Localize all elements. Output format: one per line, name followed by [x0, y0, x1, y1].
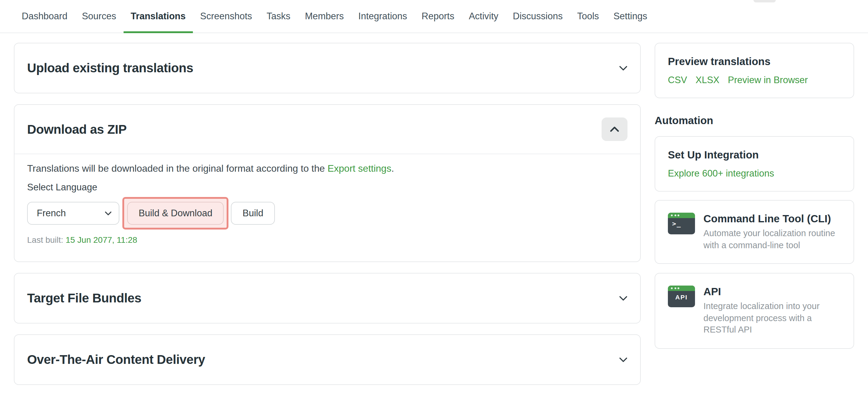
nav-item-sources[interactable]: Sources — [75, 0, 124, 33]
window-dot-icon — [678, 287, 679, 289]
preview-link-preview-in-browser[interactable]: Preview in Browser — [728, 75, 808, 86]
content-area: Upload existing translations Download as… — [14, 43, 854, 396]
nav-item-members[interactable]: Members — [298, 0, 351, 33]
explore-integrations-link[interactable]: Explore 600+ integrations — [668, 168, 774, 179]
chevron-up-icon — [610, 127, 619, 132]
automation-heading: Automation — [655, 114, 854, 127]
upload-panel-title: Upload existing translations — [27, 61, 193, 75]
download-zip-title: Download as ZIP — [27, 122, 127, 136]
bundles-panel-header[interactable]: Target File Bundles — [14, 273, 640, 323]
upload-panel-header[interactable]: Upload existing translations — [14, 43, 640, 93]
preview-link-csv[interactable]: CSV — [668, 75, 687, 86]
download-zip-header[interactable]: Download as ZIP — [14, 105, 640, 154]
last-built-label: Last built: — [27, 235, 63, 244]
build-controls-row: French Build & Download Build — [27, 197, 627, 230]
set-up-integration-card: Set Up Integration Explore 600+ integrat… — [655, 136, 854, 192]
nav-item-dashboard[interactable]: Dashboard — [14, 0, 75, 33]
terminal-icon-titlebar — [668, 213, 695, 218]
preview-translations-title: Preview translations — [668, 56, 841, 68]
preview-links-row: CSVXLSXPreview in Browser — [668, 75, 841, 86]
annotation-highlight-box: Build & Download — [122, 197, 229, 230]
api-icon: API — [668, 286, 695, 307]
api-card[interactable]: API API Integrate localization into your… — [655, 273, 854, 349]
window-dot-icon — [671, 214, 673, 216]
ota-panel-title: Over-The-Air Content Delivery — [27, 353, 205, 367]
download-description: Translations will be downloaded in the o… — [27, 163, 627, 174]
project-nav: DashboardSourcesTranslationsScreenshotsT… — [0, 0, 868, 33]
window-dot-icon — [674, 287, 676, 289]
ota-panel-header[interactable]: Over-The-Air Content Delivery — [14, 335, 640, 384]
language-select[interactable]: French — [27, 202, 119, 225]
build-and-download-button[interactable]: Build & Download — [127, 202, 224, 225]
cli-tool-text: Command Line Tool (CLI) Automate your lo… — [704, 213, 841, 251]
chevron-down-icon — [619, 296, 627, 301]
upload-translations-panel: Upload existing translations — [14, 43, 641, 93]
api-card-title: API — [704, 286, 841, 298]
api-card-subtitle: Integrate localization into your develop… — [704, 301, 841, 336]
window-dot-icon — [674, 214, 676, 216]
terminal-icon: >_ — [668, 213, 695, 234]
description-text: Translations will be downloaded in the o… — [27, 163, 328, 173]
collapse-panel-button[interactable] — [601, 118, 627, 141]
cli-tool-card[interactable]: >_ Command Line Tool (CLI) Automate your… — [655, 200, 854, 264]
cli-tool-title: Command Line Tool (CLI) — [704, 213, 841, 225]
api-card-text: API Integrate localization into your dev… — [704, 286, 841, 336]
cropped-toolbar-remnant — [753, 0, 776, 2]
ota-content-delivery-panel: Over-The-Air Content Delivery — [14, 334, 641, 385]
window-dot-icon — [678, 214, 679, 216]
window-dot-icon — [671, 287, 673, 289]
last-built-status: Last built: 15 Jun 2077, 11:28 — [27, 235, 627, 244]
bundles-panel-title: Target File Bundles — [27, 291, 141, 305]
nav-item-tools[interactable]: Tools — [570, 0, 606, 33]
chevron-down-icon — [619, 357, 627, 362]
cli-tool-subtitle: Automate your localization routine with … — [704, 228, 841, 251]
preview-link-xlsx[interactable]: XLSX — [695, 75, 719, 86]
nav-item-discussions[interactable]: Discussions — [506, 0, 570, 33]
nav-item-integrations[interactable]: Integrations — [351, 0, 414, 33]
chevron-down-icon — [105, 211, 112, 216]
nav-item-activity[interactable]: Activity — [461, 0, 505, 33]
nav-item-translations[interactable]: Translations — [123, 0, 193, 33]
nav-item-reports[interactable]: Reports — [414, 0, 462, 33]
target-file-bundles-panel: Target File Bundles — [14, 273, 641, 324]
chevron-down-icon — [619, 65, 627, 71]
download-zip-body: Translations will be downloaded in the o… — [14, 154, 640, 261]
download-zip-panel: Download as ZIP Translations will be dow… — [14, 104, 641, 262]
integration-links-row: Explore 600+ integrations — [668, 168, 841, 179]
language-select-value: French — [37, 208, 66, 219]
set-up-integration-title: Set Up Integration — [668, 149, 841, 161]
nav-item-tasks[interactable]: Tasks — [259, 0, 298, 33]
select-language-label: Select Language — [27, 182, 627, 193]
main-column: Upload existing translations Download as… — [14, 43, 641, 396]
description-period: . — [391, 163, 394, 173]
last-built-date: 15 Jun 2077, 11:28 — [66, 235, 137, 244]
preview-translations-card: Preview translations CSVXLSXPreview in B… — [655, 43, 854, 98]
build-button[interactable]: Build — [231, 202, 275, 225]
nav-item-settings[interactable]: Settings — [606, 0, 654, 33]
page: DashboardSourcesTranslationsScreenshotsT… — [0, 0, 868, 397]
nav-item-screenshots[interactable]: Screenshots — [193, 0, 259, 33]
sidebar: Preview translations CSVXLSXPreview in B… — [655, 43, 854, 396]
terminal-prompt-glyph: >_ — [672, 220, 681, 228]
api-icon-label: API — [668, 293, 695, 301]
api-icon-titlebar — [668, 286, 695, 291]
export-settings-link[interactable]: Export settings — [328, 163, 392, 173]
